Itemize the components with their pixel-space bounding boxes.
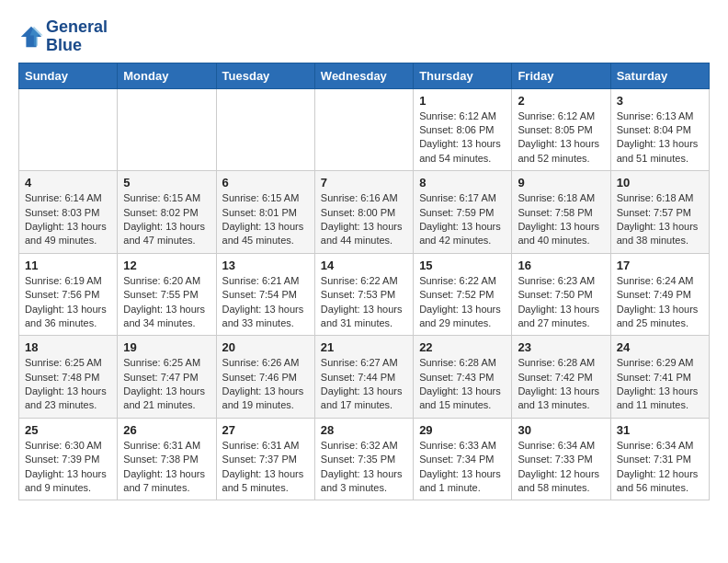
day-number: 31	[617, 423, 703, 437]
day-number: 20	[222, 340, 309, 354]
svg-marker-0	[21, 27, 41, 47]
table-row	[19, 88, 118, 171]
day-info: Sunrise: 6:25 AM Sunset: 7:47 PM Dayligh…	[123, 356, 210, 413]
day-number: 1	[419, 94, 506, 108]
table-row: 13Sunrise: 6:21 AM Sunset: 7:54 PM Dayli…	[216, 253, 314, 336]
table-row: 3Sunrise: 6:13 AM Sunset: 8:04 PM Daylig…	[610, 88, 709, 171]
day-info: Sunrise: 6:29 AM Sunset: 7:41 PM Dayligh…	[617, 356, 703, 413]
col-wednesday: Wednesday	[314, 63, 413, 88]
day-info: Sunrise: 6:16 AM Sunset: 8:00 PM Dayligh…	[321, 191, 407, 248]
day-number: 28	[321, 423, 407, 437]
table-row: 6Sunrise: 6:15 AM Sunset: 8:01 PM Daylig…	[216, 171, 314, 254]
day-number: 7	[321, 176, 407, 190]
calendar-week-row: 11Sunrise: 6:19 AM Sunset: 7:56 PM Dayli…	[19, 253, 710, 336]
table-row: 29Sunrise: 6:33 AM Sunset: 7:34 PM Dayli…	[414, 418, 512, 500]
day-info: Sunrise: 6:19 AM Sunset: 7:56 PM Dayligh…	[25, 274, 111, 331]
col-tuesday: Tuesday	[216, 63, 314, 88]
col-thursday: Thursday	[414, 63, 512, 88]
table-row	[118, 88, 216, 171]
day-number: 15	[419, 259, 506, 272]
day-info: Sunrise: 6:25 AM Sunset: 7:48 PM Dayligh…	[25, 356, 111, 413]
table-row: 27Sunrise: 6:31 AM Sunset: 7:37 PM Dayli…	[216, 418, 314, 500]
page-header: General Blue	[18, 15, 710, 55]
day-number: 6	[222, 176, 309, 190]
calendar-table: Sunday Monday Tuesday Wednesday Thursday…	[18, 63, 710, 501]
day-number: 8	[419, 176, 506, 190]
day-number: 14	[321, 259, 407, 272]
table-row: 28Sunrise: 6:32 AM Sunset: 7:35 PM Dayli…	[314, 418, 413, 500]
day-info: Sunrise: 6:31 AM Sunset: 7:37 PM Dayligh…	[222, 439, 309, 496]
day-number: 3	[617, 94, 703, 108]
table-row: 26Sunrise: 6:31 AM Sunset: 7:38 PM Dayli…	[118, 418, 216, 500]
table-row: 31Sunrise: 6:34 AM Sunset: 7:31 PM Dayli…	[610, 418, 709, 500]
table-row: 5Sunrise: 6:15 AM Sunset: 8:02 PM Daylig…	[118, 171, 216, 254]
calendar-week-row: 18Sunrise: 6:25 AM Sunset: 7:48 PM Dayli…	[19, 336, 710, 419]
table-row: 18Sunrise: 6:25 AM Sunset: 7:48 PM Dayli…	[19, 336, 118, 419]
table-row	[314, 88, 413, 171]
day-number: 27	[222, 423, 309, 437]
table-row: 8Sunrise: 6:17 AM Sunset: 7:59 PM Daylig…	[414, 171, 512, 254]
day-info: Sunrise: 6:20 AM Sunset: 7:55 PM Dayligh…	[123, 274, 210, 331]
day-info: Sunrise: 6:28 AM Sunset: 7:43 PM Dayligh…	[419, 356, 506, 413]
col-friday: Friday	[512, 63, 610, 88]
day-number: 19	[123, 340, 210, 354]
day-info: Sunrise: 6:33 AM Sunset: 7:34 PM Dayligh…	[419, 439, 506, 496]
day-info: Sunrise: 6:34 AM Sunset: 7:31 PM Dayligh…	[617, 439, 703, 496]
table-row: 1Sunrise: 6:12 AM Sunset: 8:06 PM Daylig…	[414, 88, 512, 171]
day-info: Sunrise: 6:23 AM Sunset: 7:50 PM Dayligh…	[518, 274, 604, 331]
day-number: 4	[25, 176, 111, 190]
day-number: 22	[419, 340, 506, 354]
day-number: 13	[222, 259, 309, 272]
day-number: 29	[419, 423, 506, 437]
day-info: Sunrise: 6:22 AM Sunset: 7:52 PM Dayligh…	[419, 274, 506, 331]
day-info: Sunrise: 6:28 AM Sunset: 7:42 PM Dayligh…	[518, 356, 604, 413]
table-row: 9Sunrise: 6:18 AM Sunset: 7:58 PM Daylig…	[512, 171, 610, 254]
table-row: 15Sunrise: 6:22 AM Sunset: 7:52 PM Dayli…	[414, 253, 512, 336]
day-number: 17	[617, 259, 703, 272]
table-row: 14Sunrise: 6:22 AM Sunset: 7:53 PM Dayli…	[314, 253, 413, 336]
table-row: 24Sunrise: 6:29 AM Sunset: 7:41 PM Dayli…	[610, 336, 709, 419]
day-info: Sunrise: 6:12 AM Sunset: 8:06 PM Dayligh…	[419, 109, 506, 167]
logo: General Blue	[18, 18, 108, 55]
table-row: 25Sunrise: 6:30 AM Sunset: 7:39 PM Dayli…	[19, 418, 118, 500]
logo-text: General Blue	[46, 18, 108, 55]
day-info: Sunrise: 6:32 AM Sunset: 7:35 PM Dayligh…	[321, 439, 407, 496]
day-number: 11	[25, 259, 111, 272]
day-info: Sunrise: 6:18 AM Sunset: 7:58 PM Dayligh…	[518, 191, 604, 248]
col-sunday: Sunday	[19, 63, 118, 88]
day-number: 10	[617, 176, 703, 190]
day-info: Sunrise: 6:15 AM Sunset: 8:01 PM Dayligh…	[222, 191, 309, 248]
calendar-week-row: 4Sunrise: 6:14 AM Sunset: 8:03 PM Daylig…	[19, 171, 710, 254]
day-info: Sunrise: 6:24 AM Sunset: 7:49 PM Dayligh…	[617, 274, 703, 331]
table-row: 23Sunrise: 6:28 AM Sunset: 7:42 PM Dayli…	[512, 336, 610, 419]
calendar-week-row: 1Sunrise: 6:12 AM Sunset: 8:06 PM Daylig…	[19, 88, 710, 171]
day-number: 2	[518, 94, 604, 108]
day-number: 26	[123, 423, 210, 437]
day-info: Sunrise: 6:17 AM Sunset: 7:59 PM Dayligh…	[419, 191, 506, 248]
day-info: Sunrise: 6:12 AM Sunset: 8:05 PM Dayligh…	[518, 109, 604, 167]
day-info: Sunrise: 6:30 AM Sunset: 7:39 PM Dayligh…	[25, 439, 111, 496]
calendar-header-row: Sunday Monday Tuesday Wednesday Thursday…	[19, 63, 710, 88]
table-row: 20Sunrise: 6:26 AM Sunset: 7:46 PM Dayli…	[216, 336, 314, 419]
table-row: 11Sunrise: 6:19 AM Sunset: 7:56 PM Dayli…	[19, 253, 118, 336]
col-saturday: Saturday	[610, 63, 709, 88]
day-info: Sunrise: 6:31 AM Sunset: 7:38 PM Dayligh…	[123, 439, 210, 496]
day-info: Sunrise: 6:22 AM Sunset: 7:53 PM Dayligh…	[321, 274, 407, 331]
logo-icon	[18, 24, 44, 50]
day-number: 12	[123, 259, 210, 272]
day-info: Sunrise: 6:21 AM Sunset: 7:54 PM Dayligh…	[222, 274, 309, 331]
day-info: Sunrise: 6:27 AM Sunset: 7:44 PM Dayligh…	[321, 356, 407, 413]
table-row: 16Sunrise: 6:23 AM Sunset: 7:50 PM Dayli…	[512, 253, 610, 336]
day-number: 16	[518, 259, 604, 272]
day-info: Sunrise: 6:13 AM Sunset: 8:04 PM Dayligh…	[617, 109, 703, 167]
table-row: 2Sunrise: 6:12 AM Sunset: 8:05 PM Daylig…	[512, 88, 610, 171]
day-number: 18	[25, 340, 111, 354]
day-number: 9	[518, 176, 604, 190]
table-row: 19Sunrise: 6:25 AM Sunset: 7:47 PM Dayli…	[118, 336, 216, 419]
day-number: 23	[518, 340, 604, 354]
day-number: 25	[25, 423, 111, 437]
col-monday: Monday	[118, 63, 216, 88]
table-row: 22Sunrise: 6:28 AM Sunset: 7:43 PM Dayli…	[414, 336, 512, 419]
day-info: Sunrise: 6:18 AM Sunset: 7:57 PM Dayligh…	[617, 191, 703, 248]
table-row: 30Sunrise: 6:34 AM Sunset: 7:33 PM Dayli…	[512, 418, 610, 500]
